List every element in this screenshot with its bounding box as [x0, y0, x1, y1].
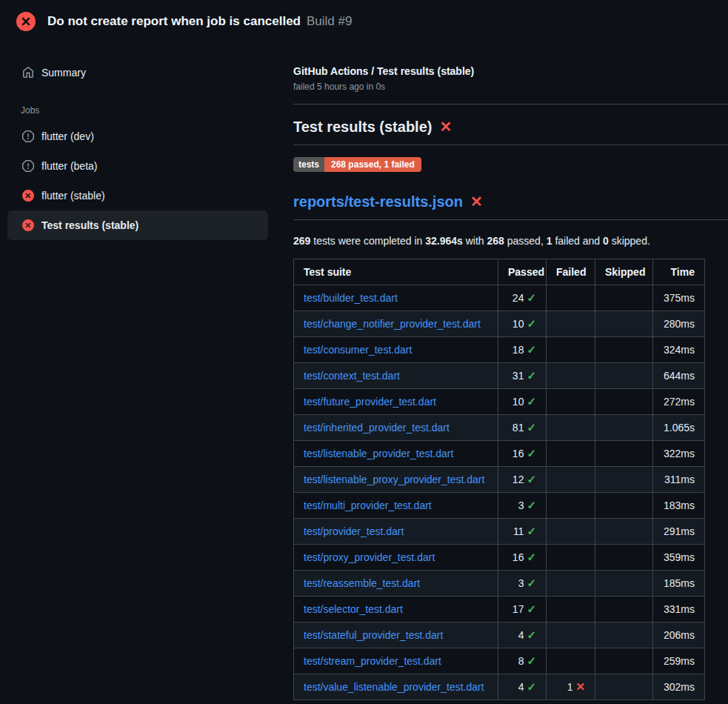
jobs-heading: Jobs: [21, 105, 281, 116]
test-suite-cell: test/multi_provider_test.dart: [294, 493, 498, 519]
failed-cell: 1✕: [547, 674, 595, 700]
failed-cell: [547, 571, 595, 597]
table-row: test/inherited_provider_test.dart81✓1.06…: [294, 415, 705, 441]
check-icon: ✓: [527, 447, 536, 459]
summary-segment: 1: [547, 235, 552, 247]
passed-cell: 3✓: [498, 571, 547, 597]
passed-cell: 12✓: [498, 467, 547, 493]
test-suite-link[interactable]: test/context_test.dart: [304, 370, 400, 382]
skipped-cell: [595, 415, 653, 441]
check-icon: ✓: [527, 654, 536, 667]
time-cell: 259ms: [653, 648, 705, 674]
table-row: test/consumer_test.dart18✓324ms: [294, 337, 705, 363]
test-suite-cell: test/listenable_proxy_provider_test.dart: [294, 467, 498, 493]
test-suite-link[interactable]: test/stateful_provider_test.dart: [304, 629, 443, 641]
table-row: test/stateful_provider_test.dart4✓206ms: [294, 622, 705, 648]
check-icon: ✓: [527, 577, 536, 589]
test-suite-cell: test/builder_test.dart: [294, 285, 498, 311]
count-value: 4: [518, 681, 524, 693]
table-row: test/multi_provider_test.dart3✓183ms: [294, 493, 705, 519]
test-suite-link[interactable]: test/reassemble_test.dart: [304, 577, 420, 589]
table-row: test/builder_test.dart24✓375ms: [294, 285, 705, 311]
check-name: GitHub Actions / Test results (stable): [293, 65, 728, 77]
tests-badge: tests 268 passed, 1 failed: [293, 157, 421, 172]
test-suite-link[interactable]: test/provider_test.dart: [304, 525, 404, 537]
failed-cell: [547, 441, 595, 467]
cross-icon: ✕: [575, 680, 585, 693]
test-suite-link[interactable]: test/selector_test.dart: [304, 603, 403, 615]
test-suite-link[interactable]: test/future_provider_test.dart: [304, 396, 436, 408]
skipped-cell: [595, 571, 653, 597]
x-circle-icon: [16, 12, 36, 31]
failed-cell: [547, 545, 595, 571]
failed-cell: [547, 519, 595, 545]
time-cell: 183ms: [653, 493, 705, 519]
sidebar-jobs-list: flutter (dev)flutter (beta)flutter (stab…: [0, 122, 281, 240]
test-suite-link[interactable]: test/proxy_provider_test.dart: [304, 551, 435, 563]
sidebar-item-summary[interactable]: Summary: [7, 58, 268, 87]
summary-segment: 268: [487, 235, 504, 247]
time-cell: 206ms: [653, 622, 705, 648]
count-value: 16: [512, 448, 524, 459]
summary-segment: 0: [603, 235, 609, 247]
table-row: test/value_listenable_provider_test.dart…: [294, 674, 705, 700]
results-table: Test suitePassedFailedSkippedTime test/b…: [293, 259, 705, 700]
test-suite-link[interactable]: test/multi_provider_test.dart: [304, 499, 432, 511]
test-suite-cell: test/value_listenable_provider_test.dart: [294, 674, 498, 700]
test-suite-link[interactable]: test/listenable_proxy_provider_test.dart: [304, 474, 484, 485]
test-suite-link[interactable]: test/value_listenable_provider_test.dart: [304, 681, 484, 693]
build-number: Build #9: [307, 14, 352, 29]
x-circle-icon: [22, 190, 34, 202]
count-value: 24: [512, 292, 524, 304]
app-header: Do not create report when job is cancell…: [0, 0, 728, 43]
sidebar-item-flutter-beta[interactable]: flutter (beta): [7, 151, 268, 181]
time-cell: 644ms: [653, 363, 705, 389]
report-file-link[interactable]: reports/test-results.json: [293, 193, 463, 210]
report-heading: reports/test-results.json ✕: [293, 193, 728, 220]
count-value: 3: [518, 499, 524, 511]
skipped-cell: [595, 597, 653, 622]
skipped-cell: [595, 285, 653, 311]
failed-x-icon: ✕: [470, 193, 483, 210]
stop-icon: [22, 130, 34, 142]
sidebar-item-flutter-dev[interactable]: flutter (dev): [7, 122, 268, 151]
count-value: 10: [512, 396, 524, 408]
badge-value: 268 passed, 1 failed: [324, 157, 421, 172]
count-value: 11: [513, 525, 524, 537]
sidebar-item-test-results-stable[interactable]: Test results (stable): [7, 210, 268, 240]
divider: [293, 104, 728, 104]
time-cell: 359ms: [653, 545, 705, 571]
failed-cell: [547, 285, 595, 311]
count-value: 16: [512, 551, 524, 563]
failed-cell: [547, 363, 595, 389]
passed-cell: 18✓: [498, 337, 547, 363]
test-suite-link[interactable]: test/consumer_test.dart: [304, 344, 412, 356]
passed-cell: 81✓: [498, 415, 547, 441]
test-suite-link[interactable]: test/stream_provider_test.dart: [304, 655, 441, 667]
failed-cell: [547, 493, 595, 519]
passed-cell: 3✓: [498, 493, 547, 519]
test-suite-link[interactable]: test/listenable_provider_test.dart: [304, 448, 453, 459]
count-value: 3: [518, 577, 524, 589]
check-icon: ✓: [527, 628, 536, 641]
table-row: test/reassemble_test.dart3✓185ms: [294, 571, 705, 597]
summary-segment: tests were completed in: [310, 235, 425, 247]
test-suite-link[interactable]: test/builder_test.dart: [304, 292, 398, 304]
test-suite-cell: test/provider_test.dart: [294, 519, 498, 545]
check-icon: ✓: [527, 473, 536, 485]
summary-line: 269 tests were completed in 32.964s with…: [293, 235, 728, 247]
passed-cell: 10✓: [498, 311, 547, 337]
test-suite-cell: test/inherited_provider_test.dart: [294, 415, 498, 441]
time-cell: 375ms: [653, 285, 705, 311]
test-suite-link[interactable]: test/change_notifier_provider_test.dart: [304, 318, 481, 330]
sidebar-item-flutter-stable[interactable]: flutter (stable): [7, 181, 268, 210]
time-cell: 1.065s: [653, 415, 705, 441]
table-row: test/stream_provider_test.dart8✓259ms: [294, 648, 705, 674]
test-suite-link[interactable]: test/inherited_provider_test.dart: [304, 422, 450, 434]
test-suite-cell: test/future_provider_test.dart: [294, 389, 498, 415]
passed-cell: 8✓: [498, 648, 547, 674]
job-label: flutter (stable): [41, 190, 105, 202]
failed-cell: [547, 389, 595, 415]
table-header-row: Test suitePassedFailedSkippedTime: [294, 259, 705, 285]
badge-label: tests: [293, 157, 324, 172]
